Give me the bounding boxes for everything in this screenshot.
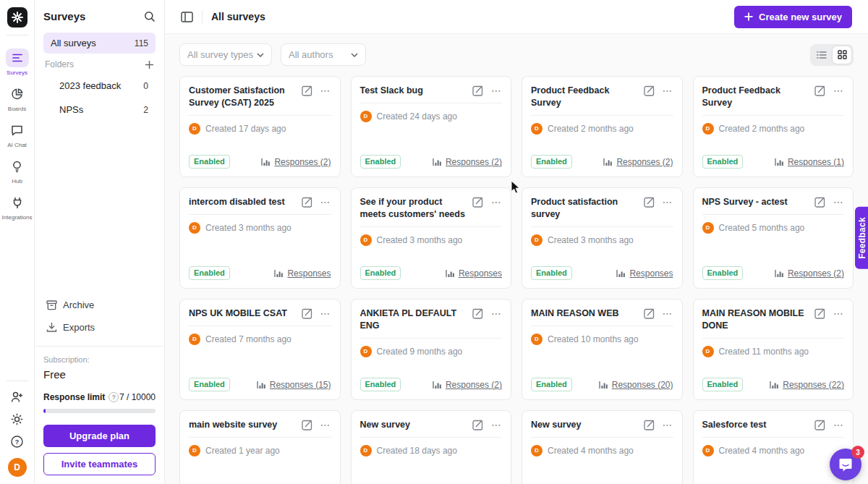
card-menu-icon[interactable]: ⋯	[663, 310, 673, 317]
responses-link[interactable]: Responses (20)	[599, 380, 673, 390]
survey-card[interactable]: Salesforce test ⋯ D Created 4 months ago	[693, 410, 854, 484]
edit-icon[interactable]	[644, 419, 655, 430]
survey-card[interactable]: Test Slack bug ⋯ D Created 24 days ago E…	[351, 76, 512, 177]
card-menu-icon[interactable]: ⋯	[663, 87, 673, 94]
folder-item[interactable]: 2023 feedback 0	[43, 74, 156, 98]
edit-icon[interactable]	[472, 85, 484, 96]
card-menu-icon[interactable]: ⋯	[491, 421, 502, 428]
survey-card[interactable]: Product Feedback Survey ⋯ D Created 2 mo…	[522, 76, 683, 177]
edit-icon[interactable]	[814, 85, 826, 96]
card-menu-icon[interactable]: ⋯	[663, 198, 673, 205]
response-limit-progressbar	[43, 409, 156, 413]
survey-card[interactable]: Product satisfaction survey ⋯ D Created …	[522, 187, 683, 289]
card-menu-icon[interactable]: ⋯	[663, 421, 673, 428]
survey-card[interactable]: intercom disabled test ⋯ D Created 3 mon…	[179, 187, 341, 289]
edit-icon[interactable]	[814, 196, 826, 208]
card-menu-icon[interactable]: ⋯	[320, 421, 331, 428]
responses-link[interactable]: Responses (2)	[433, 380, 502, 390]
responses-link[interactable]: Responses (2)	[775, 268, 844, 279]
responses-link[interactable]: Responses (15)	[257, 380, 331, 390]
folder-name: NPSs	[59, 104, 83, 115]
rail-item-boards[interactable]: Boards	[6, 85, 29, 112]
edit-icon[interactable]	[302, 85, 313, 96]
card-menu-icon[interactable]: ⋯	[491, 310, 502, 317]
edit-icon[interactable]	[302, 419, 313, 430]
creator-avatar: D	[702, 222, 714, 234]
card-menu-icon[interactable]: ⋯	[320, 87, 331, 94]
responses-link[interactable]: Responses	[446, 268, 502, 279]
help-icon[interactable]: ?	[11, 436, 23, 448]
card-menu-icon[interactable]: ⋯	[320, 310, 331, 317]
invite-teammates-button[interactable]: Invite teammates	[43, 453, 156, 475]
response-limit-help-icon[interactable]: ?	[109, 392, 119, 402]
responses-link[interactable]: Responses	[274, 268, 331, 279]
card-menu-icon[interactable]: ⋯	[833, 421, 844, 428]
folders-header: Folders	[43, 54, 156, 74]
add-folder-icon[interactable]	[145, 60, 154, 69]
card-menu-icon[interactable]: ⋯	[833, 198, 844, 205]
survey-card[interactable]: Customer Satisfaction Survey (CSAT) 2025…	[179, 76, 341, 177]
card-menu-icon[interactable]: ⋯	[320, 198, 331, 205]
edit-icon[interactable]	[472, 419, 484, 430]
responses-link[interactable]: Responses (1)	[775, 157, 844, 167]
feedback-tab[interactable]: Feedback	[855, 207, 868, 269]
responses-link[interactable]: Responses (2)	[433, 157, 502, 167]
responses-link[interactable]: Responses (22)	[770, 380, 844, 390]
edit-icon[interactable]	[472, 307, 484, 319]
settings-icon[interactable]	[11, 413, 23, 425]
search-icon[interactable]	[144, 11, 156, 22]
list-view-button[interactable]	[812, 46, 831, 64]
responses-chart-icon	[616, 269, 626, 278]
survey-title: NPS Survey - actest	[702, 196, 815, 208]
responses-link[interactable]: Responses	[616, 268, 673, 279]
card-menu-icon[interactable]: ⋯	[833, 87, 844, 94]
edit-icon[interactable]	[814, 307, 826, 319]
authors-dropdown[interactable]: All authors	[281, 43, 366, 66]
survey-card[interactable]: See if your product meets customers' nee…	[351, 187, 512, 289]
archive-link[interactable]: Archive	[43, 294, 156, 316]
folder-item[interactable]: NPSs 2	[43, 98, 156, 122]
survey-card[interactable]: New survey ⋯ D Created 4 months ago	[522, 410, 683, 484]
card-menu-icon[interactable]: ⋯	[833, 310, 844, 317]
upgrade-plan-button[interactable]: Upgrade plan	[43, 425, 156, 447]
rail-item-ai-chat[interactable]: AI Chat	[6, 121, 29, 148]
survey-card[interactable]: MAIN REASON MOBILE DONE ⋯ D Created 11 m…	[693, 299, 854, 400]
survey-types-dropdown[interactable]: All survey types	[179, 43, 272, 66]
survey-card[interactable]: Product Feedback Survey ⋯ D Created 2 mo…	[693, 76, 854, 177]
survey-card[interactable]: NPS Survey - actest ⋯ D Created 5 months…	[693, 187, 854, 289]
exports-icon	[46, 322, 57, 333]
invite-icon[interactable]	[11, 391, 23, 403]
edit-icon[interactable]	[644, 85, 655, 96]
responses-link[interactable]: Responses (2)	[603, 157, 673, 167]
edit-icon[interactable]	[302, 196, 313, 208]
created-text: Created 1 year ago	[205, 446, 280, 456]
edit-icon[interactable]	[814, 419, 826, 430]
chat-widget-button[interactable]: 3	[830, 449, 861, 480]
survey-card[interactable]: MAIN REASON WEB ⋯ D Created 10 months ag…	[522, 299, 683, 400]
app-logo[interactable]	[7, 7, 27, 27]
survey-card[interactable]: NPS UK MOBILE CSAT ⋯ D Created 7 months …	[179, 299, 341, 400]
rail-item-surveys[interactable]: Surveys	[6, 48, 29, 76]
survey-card[interactable]: New survey ⋯ D Created 18 days ago	[351, 410, 512, 484]
create-new-survey-button[interactable]: Create new survey	[734, 6, 852, 28]
survey-title: Product Feedback Survey	[531, 85, 644, 109]
edit-icon[interactable]	[644, 307, 655, 319]
grid-view-button[interactable]	[833, 46, 851, 64]
edit-icon[interactable]	[644, 196, 655, 208]
responses-chart-icon	[433, 381, 442, 389]
sidebar-item-all-surveys[interactable]: All surveys 115	[43, 33, 156, 54]
survey-card[interactable]: main website survey ⋯ D Created 1 year a…	[179, 410, 341, 484]
card-menu-icon[interactable]: ⋯	[491, 198, 502, 205]
card-menu-icon[interactable]: ⋯	[491, 87, 502, 94]
exports-link[interactable]: Exports	[43, 316, 156, 339]
edit-icon[interactable]	[472, 196, 484, 208]
edit-icon[interactable]	[302, 307, 313, 319]
rail-item-integrations[interactable]: Integrations	[2, 193, 33, 221]
responses-link[interactable]: Responses (2)	[261, 157, 331, 167]
creator-avatar: D	[531, 334, 542, 345]
folder-count: 2	[143, 105, 148, 115]
rail-item-hub[interactable]: Hub	[6, 157, 29, 184]
survey-card[interactable]: ANKIETA PL DEFAULT ENG ⋯ D Created 9 mon…	[351, 299, 512, 400]
collapse-sidebar-icon[interactable]	[181, 12, 193, 22]
user-avatar[interactable]: D	[8, 458, 27, 477]
